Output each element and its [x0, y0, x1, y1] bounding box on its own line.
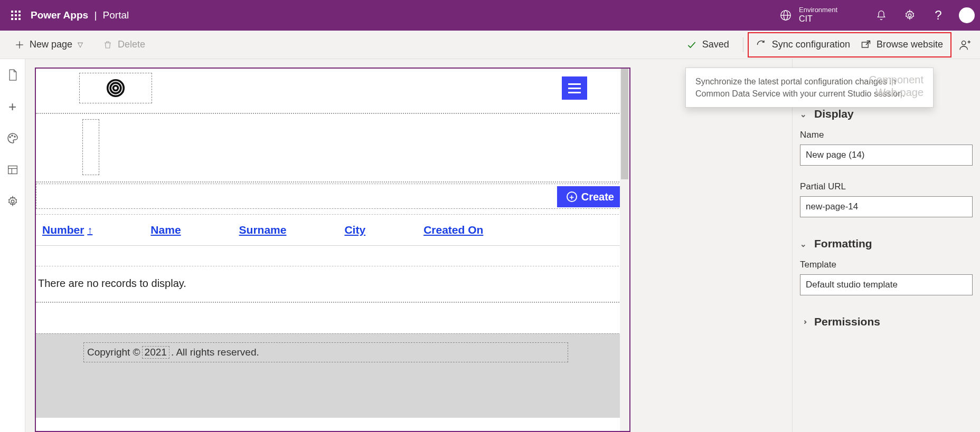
scrollbar-thumb[interactable] [621, 69, 628, 179]
waffle-icon[interactable] [5, 5, 26, 26]
avatar[interactable] [959, 7, 975, 23]
rail-settings-icon[interactable] [4, 193, 21, 210]
chevron-down-icon: ⌄ [800, 239, 807, 249]
property-pane: ⌄ Display Name Partial URL ⌄ Formatting … [792, 59, 980, 432]
column-number[interactable]: Number ↑ [42, 224, 92, 236]
person-icon[interactable] [959, 39, 970, 51]
sync-label: Sync configuration [772, 39, 850, 50]
divider [743, 37, 743, 52]
page-footer: Copyright © 2021 . All rights reserved. [36, 333, 629, 418]
left-rail: + [0, 59, 25, 432]
column-surname[interactable]: Surname [239, 224, 287, 236]
svg-point-3 [908, 14, 911, 17]
create-label: Create [581, 191, 614, 203]
environment-picker[interactable]: Environment CIT [780, 6, 837, 24]
section-permissions-label: Permissions [814, 315, 880, 328]
delete-label: Delete [118, 39, 145, 50]
footer-text[interactable]: Copyright © 2021 . All rights reserved. [83, 342, 568, 362]
environment-label: Environment [799, 6, 837, 14]
chevron-down-icon: ▽ [78, 41, 83, 49]
swirl-logo-icon [106, 79, 125, 98]
section-divider [36, 181, 629, 183]
themes-icon[interactable] [4, 130, 21, 147]
section-formatting-label: Formatting [814, 237, 872, 250]
grid-header-row: Number ↑ Name Surname City Created On [36, 214, 629, 246]
app-header: Power Apps | Portal Environment CIT ? [0, 0, 980, 31]
plus-circle-icon: + [567, 191, 577, 202]
column-city[interactable]: City [344, 224, 365, 236]
svg-point-8 [962, 41, 966, 44]
template-label: Template [800, 260, 973, 270]
templates-icon[interactable] [4, 161, 21, 178]
brand-area: Portal [103, 9, 129, 21]
browse-label: Browse website [877, 39, 943, 50]
partial-url-label: Partial URL [800, 181, 973, 192]
globe-icon [780, 9, 791, 21]
footer-year[interactable]: 2021 [142, 346, 169, 359]
empty-section-placeholder[interactable] [82, 119, 99, 175]
app-title: Power Apps | Portal [31, 9, 129, 21]
chevron-down-icon: ⌄ [800, 110, 807, 119]
svg-point-13 [14, 136, 15, 137]
list-toolbar: + Create [36, 184, 629, 209]
partial-url-input[interactable] [800, 196, 973, 217]
template-select[interactable] [800, 274, 973, 295]
menu-toggle[interactable] [562, 76, 587, 100]
brand-separator: | [94, 9, 97, 21]
components-icon[interactable]: + [4, 98, 21, 115]
notifications-icon[interactable] [869, 3, 893, 27]
svg-point-20 [114, 86, 118, 91]
section-divider [36, 302, 629, 303]
column-number-label: Number [42, 224, 84, 236]
highlighted-actions: Sync configuration Browse website [748, 32, 951, 57]
canvas-wrap: + Create Number ↑ Name Surname City Crea… [25, 59, 792, 432]
footer-suffix: . All rights reserved. [171, 347, 259, 358]
svg-point-17 [11, 200, 14, 203]
column-created[interactable]: Created On [423, 224, 483, 236]
canvas-scrollbar[interactable] [620, 69, 629, 431]
tooltip-text: Synchronize the latest portal configurat… [695, 77, 905, 98]
empty-grid-message: There are no records to display. [38, 277, 186, 290]
sync-configuration-button[interactable]: Sync configuration [752, 37, 854, 52]
command-bar: New page ▽ Delete Saved Sync configurati… [0, 31, 980, 59]
name-label: Name [800, 130, 973, 140]
svg-rect-14 [8, 166, 17, 174]
svg-point-12 [12, 135, 13, 136]
pages-icon[interactable] [4, 66, 21, 83]
section-display-label: Display [814, 108, 854, 120]
svg-point-11 [10, 137, 11, 138]
section-permissions[interactable]: ⌄ Permissions [793, 306, 980, 333]
delete-button[interactable]: Delete [98, 36, 150, 53]
help-icon[interactable]: ? [926, 3, 950, 27]
saved-label: Saved [702, 39, 729, 50]
footer-prefix: Copyright © [87, 347, 140, 358]
sort-ascending-icon: ↑ [87, 224, 92, 236]
section-formatting[interactable]: ⌄ Formatting [793, 228, 980, 255]
brand-app: Power Apps [31, 9, 88, 21]
new-page-label: New page [30, 39, 72, 50]
section-divider [36, 113, 629, 114]
chevron-right-icon: ⌄ [799, 319, 808, 325]
new-page-button[interactable]: New page ▽ [10, 36, 88, 53]
browse-website-button[interactable]: Browse website [856, 37, 947, 52]
svg-rect-6 [862, 42, 868, 47]
section-divider [36, 266, 629, 266]
create-button[interactable]: + Create [557, 186, 624, 207]
sync-tooltip: Component Web page Synchronize the lates… [685, 68, 934, 108]
saved-indicator: Saved [686, 39, 729, 50]
hamburger-icon [568, 83, 581, 93]
svg-point-19 [110, 83, 121, 93]
workspace: + + Create [0, 59, 980, 432]
name-input[interactable] [800, 145, 973, 166]
logo-placeholder[interactable] [79, 73, 152, 103]
column-name[interactable]: Name [150, 224, 181, 236]
page-canvas[interactable]: + Create Number ↑ Name Surname City Crea… [35, 68, 630, 432]
settings-icon[interactable] [898, 3, 922, 27]
environment-value: CIT [799, 14, 837, 24]
